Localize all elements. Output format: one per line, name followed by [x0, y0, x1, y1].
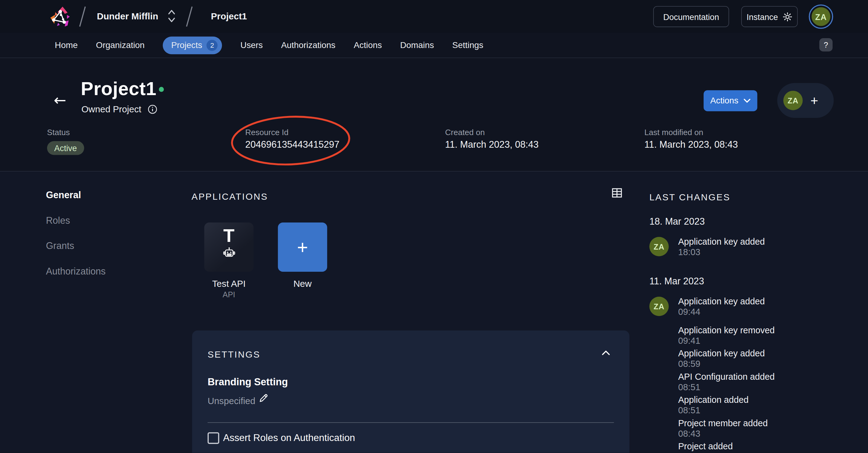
actions-button[interactable]: Actions [704, 90, 757, 111]
project-header: ← Project1 Owned Project Actions ZA [0, 58, 868, 172]
actions-button-label: Actions [710, 96, 738, 105]
change-time: 08:43 [678, 452, 700, 453]
project-type-label: Owned Project [81, 104, 141, 115]
new-app-button[interactable]: + [278, 223, 327, 272]
top-bar: Dunder Mifflin Project1 Documentation In… [0, 0, 868, 33]
change-time: 09:44 [678, 307, 700, 317]
created-on-label: Created on [445, 128, 485, 137]
app-name: Test API [205, 279, 254, 289]
change-time: 08:51 [678, 406, 700, 416]
tab-actions[interactable]: Actions [354, 40, 382, 50]
tab-settings[interactable]: Settings [452, 40, 483, 50]
last-modified-label: Last modified on [644, 128, 703, 137]
assert-roles-label[interactable]: Assert Roles on Authentication [223, 432, 355, 444]
robot-icon [205, 247, 254, 259]
resource-id-label: Resource Id [245, 128, 289, 137]
settings-divider [208, 422, 614, 423]
sidebar-item-general[interactable]: General [46, 190, 81, 201]
change-title: API Configuration added [678, 372, 775, 382]
branding-setting-value: Unspecified [208, 396, 255, 406]
instance-button-label: Instance [747, 12, 778, 22]
back-arrow-icon[interactable]: ← [54, 91, 66, 109]
tab-projects[interactable]: Projects 2 [163, 36, 222, 54]
gear-icon [783, 12, 793, 22]
sidebar-item-grants[interactable]: Grants [46, 241, 74, 252]
change-avatar: ZA [649, 237, 669, 256]
tab-organization[interactable]: Organization [96, 40, 145, 50]
change-title: Project member added [678, 419, 768, 428]
applications-heading: APPLICATIONS [191, 191, 268, 202]
project-content: General Roles Grants Authorizations APPL… [0, 172, 868, 453]
member-avatar: ZA [783, 91, 803, 110]
user-avatar-initials: ZA [812, 7, 831, 26]
projects-count-badge: 2 [207, 40, 218, 51]
sidebar-item-roles[interactable]: Roles [46, 216, 70, 226]
change-avatar: ZA [649, 297, 669, 316]
change-title: Application key added [678, 349, 765, 358]
resource-id-value: 204696135443415297 [245, 139, 340, 151]
change-title: Application key removed [678, 326, 775, 335]
last-changes-heading: LAST CHANGES [649, 192, 731, 202]
settings-card: SETTINGS Branding Setting Unspecified As… [192, 330, 629, 453]
status-badge: Active [47, 141, 84, 155]
user-avatar[interactable]: ZA [809, 4, 833, 29]
chevron-up-icon[interactable] [602, 350, 610, 355]
project-members-pill[interactable]: ZA + [777, 83, 834, 118]
breadcrumb-project[interactable]: Project1 [211, 11, 247, 22]
status-label: Status [47, 128, 70, 137]
documentation-button[interactable]: Documentation [653, 6, 729, 27]
change-title: Application key added [678, 237, 765, 247]
active-status-dot [159, 87, 164, 92]
page-title: Project1 [81, 78, 157, 100]
tab-projects-label: Projects [171, 40, 202, 50]
change-date: 11. Mar 2023 [649, 276, 704, 287]
app-type: API [205, 290, 254, 299]
instance-button[interactable]: Instance [741, 6, 798, 27]
breadcrumb-slash-icon [78, 5, 87, 28]
breadcrumb-slash-icon [185, 5, 194, 28]
app-card-test-api[interactable]: T [205, 223, 254, 272]
change-title: Project added [678, 442, 733, 451]
help-button[interactable]: ? [819, 38, 833, 52]
org-switcher[interactable]: Dunder Mifflin [97, 11, 158, 22]
main-nav: Home Organization Projects 2 Users Autho… [0, 33, 868, 58]
change-time: 08:43 [678, 429, 700, 439]
add-member-button[interactable]: + [810, 94, 818, 107]
new-app-label: New [278, 279, 327, 289]
settings-heading: SETTINGS [208, 349, 260, 360]
edit-icon[interactable] [258, 392, 269, 403]
created-on-value: 11. March 2023, 08:43 [445, 139, 539, 151]
change-time: 08:59 [678, 359, 700, 369]
plus-icon: + [297, 236, 308, 258]
tab-domains[interactable]: Domains [400, 40, 434, 50]
change-time: 09:41 [678, 336, 700, 346]
change-title: Application key added [678, 297, 765, 306]
zitadel-logo-icon[interactable] [48, 4, 73, 29]
tab-home[interactable]: Home [55, 40, 78, 50]
branding-setting-label: Branding Setting [208, 376, 288, 388]
change-date: 18. Mar 2023 [649, 216, 705, 227]
last-modified-value: 11. March 2023, 08:43 [644, 139, 738, 151]
documentation-button-label: Documentation [663, 12, 719, 22]
change-time: 18:03 [678, 248, 700, 257]
tab-users[interactable]: Users [240, 40, 263, 50]
zitadel-console: Dunder Mifflin Project1 Documentation In… [0, 0, 868, 453]
info-icon[interactable] [148, 105, 158, 114]
table-view-icon[interactable] [611, 187, 623, 199]
change-title: Application added [678, 395, 749, 405]
org-switcher-icon[interactable] [167, 9, 176, 23]
change-time: 08:51 [678, 383, 700, 392]
tab-authorizations[interactable]: Authorizations [281, 40, 336, 50]
app-initial: T [205, 226, 254, 246]
sidebar-item-authorizations[interactable]: Authorizations [46, 266, 105, 277]
chevron-down-icon [743, 98, 750, 103]
assert-roles-checkbox[interactable] [208, 432, 219, 444]
